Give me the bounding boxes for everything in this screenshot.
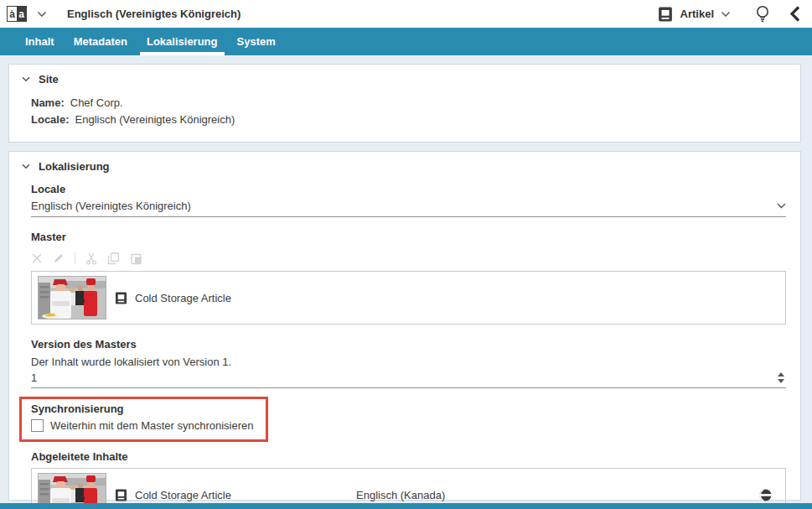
tab-label: System bbox=[237, 35, 276, 48]
site-panel-header[interactable]: Site bbox=[9, 65, 800, 86]
master-thumbnail bbox=[38, 276, 106, 319]
synchronization-checkbox-row[interactable]: Weiterhin mit dem Master synchronisieren bbox=[31, 419, 254, 432]
site-panel-title: Site bbox=[39, 73, 59, 86]
synchronization-highlight-box: Synchronisierung Weiterhin mit dem Maste… bbox=[19, 397, 268, 442]
tab-label: Lokalisierung bbox=[147, 35, 218, 48]
version-value: 1 bbox=[31, 371, 37, 384]
spinner-up-icon[interactable] bbox=[778, 372, 784, 377]
bottom-accent-bar bbox=[0, 503, 812, 509]
tab-metadaten[interactable]: Metadaten bbox=[67, 28, 134, 55]
spinner-down-icon[interactable] bbox=[778, 379, 784, 383]
window-header: à a Englisch (Vereinigtes Königreich) Ar… bbox=[0, 0, 812, 28]
version-spinner-buttons[interactable] bbox=[778, 372, 786, 383]
article-type-icon bbox=[115, 292, 127, 304]
article-type-icon bbox=[115, 489, 127, 501]
tab-inhalt[interactable]: Inhalt bbox=[18, 28, 61, 55]
document-tabbar: Inhalt Metadaten Lokalisierung System bbox=[0, 28, 812, 55]
content-type-selector[interactable]: Artikel bbox=[649, 7, 731, 22]
chevron-left-icon bbox=[789, 6, 800, 22]
master-item-title: Cold Storage Article bbox=[135, 292, 231, 304]
paste-button[interactable] bbox=[130, 252, 142, 265]
collapse-chevron-icon bbox=[22, 76, 30, 82]
sync-checkbox-label: Weiterhin mit dem Master synchronisieren bbox=[50, 419, 254, 432]
collapse-back-button[interactable] bbox=[789, 6, 800, 22]
site-locale-row: Locale:Englisch (Vereinigtes Königreich) bbox=[31, 113, 800, 126]
toolbar-separator bbox=[75, 252, 75, 264]
version-field-label: Version des Masters bbox=[31, 338, 786, 351]
derived-item-locale: Englisch (Kanada) bbox=[356, 489, 445, 501]
synchronization-label: Synchronisierung bbox=[31, 403, 254, 415]
locale-dropdown-chevron-icon[interactable] bbox=[37, 11, 47, 18]
tab-label: Inhalt bbox=[25, 35, 54, 48]
master-toolbar bbox=[31, 251, 786, 266]
master-item-row[interactable]: Cold Storage Article bbox=[31, 271, 786, 325]
derived-item-title: Cold Storage Article bbox=[135, 489, 356, 501]
collapse-chevron-icon bbox=[22, 164, 30, 169]
site-panel: Site Name:Chef Corp. Locale:Englisch (Ve… bbox=[8, 64, 801, 143]
site-locale-label: Locale: bbox=[31, 113, 70, 126]
tab-lokalisierung[interactable]: Lokalisierung bbox=[140, 28, 225, 55]
lightbulb-icon bbox=[754, 5, 771, 23]
version-spinner-field[interactable]: 1 bbox=[31, 368, 786, 388]
locale-select[interactable]: Englisch (Vereinigtes Königreich) bbox=[31, 195, 786, 217]
site-locale-value: Englisch (Vereinigtes Königreich) bbox=[75, 113, 235, 126]
translate-icon-left-glyph: à bbox=[8, 7, 17, 21]
chevron-down-icon bbox=[777, 203, 786, 209]
content-type-label: Artikel bbox=[680, 8, 714, 20]
scissors-icon bbox=[85, 252, 97, 265]
copy-button[interactable] bbox=[107, 252, 120, 265]
article-type-icon bbox=[658, 7, 673, 22]
localization-panel: Lokalisierung Locale Englisch (Vereinigt… bbox=[8, 151, 801, 501]
derived-contents-label: Abgeleitete Inhalte bbox=[31, 450, 786, 463]
hint-lightbulb-button[interactable] bbox=[754, 5, 771, 23]
pencil-icon bbox=[53, 252, 65, 264]
copy-icon bbox=[107, 252, 120, 265]
tab-system[interactable]: System bbox=[230, 28, 282, 55]
remove-button[interactable] bbox=[31, 252, 43, 264]
cut-button[interactable] bbox=[85, 252, 97, 265]
version-hint-text: Der Inhalt wurde lokalisiert von Version… bbox=[31, 356, 786, 368]
sync-checkbox[interactable] bbox=[31, 419, 44, 432]
locale-select-value: Englisch (Vereinigtes Königreich) bbox=[31, 200, 191, 212]
translate-icon-right-glyph: a bbox=[17, 7, 26, 21]
master-field-label: Master bbox=[31, 231, 786, 243]
site-name-value: Chef Corp. bbox=[70, 96, 123, 109]
site-name-row: Name:Chef Corp. bbox=[31, 96, 800, 109]
localization-panel-header[interactable]: Lokalisierung bbox=[9, 152, 800, 173]
remove-x-icon bbox=[31, 252, 43, 264]
translate-icon: à a bbox=[7, 6, 27, 22]
locale-field-label: Locale bbox=[31, 183, 786, 195]
document-title: Englisch (Vereinigtes Königreich) bbox=[67, 8, 240, 20]
paste-icon bbox=[130, 252, 142, 265]
content-type-chevron-icon bbox=[721, 11, 731, 18]
localization-panel-title: Lokalisierung bbox=[39, 160, 110, 173]
site-name-label: Name: bbox=[31, 96, 65, 109]
globe-sync-status-icon bbox=[759, 489, 772, 501]
tab-label: Metadaten bbox=[74, 35, 127, 48]
edit-button[interactable] bbox=[53, 252, 65, 264]
